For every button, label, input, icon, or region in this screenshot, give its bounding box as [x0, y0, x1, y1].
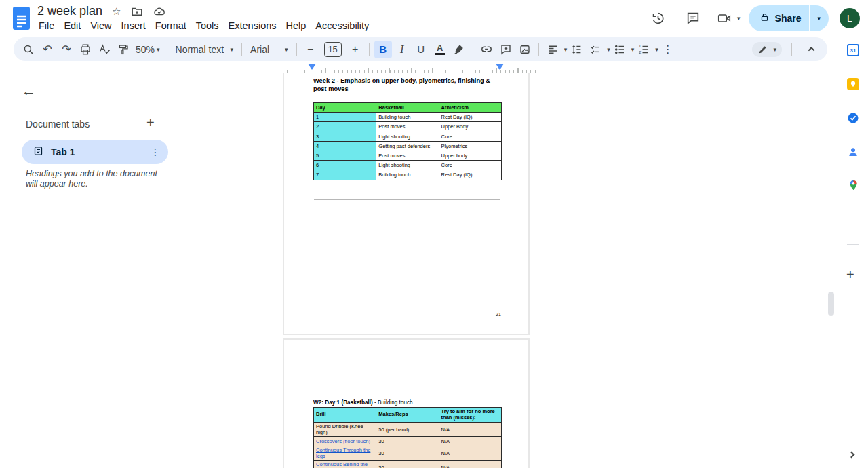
paragraph-style-select[interactable]: Normal text ▾	[172, 44, 238, 55]
italic-button[interactable]: I	[393, 41, 411, 58]
align-dropdown-icon[interactable]: ▾	[564, 46, 568, 53]
docs-logo-icon[interactable]	[12, 6, 31, 33]
add-tab-icon[interactable]: +	[146, 115, 155, 131]
document-title[interactable]: 2 week plan	[37, 4, 102, 18]
numbered-list-dropdown-icon[interactable]: ▾	[655, 46, 658, 53]
table-row: 2Post movesUpper Body	[314, 122, 502, 132]
header-cell: Drill	[314, 408, 376, 423]
zoom-select[interactable]: 50% ▾	[133, 44, 163, 55]
reps-cell: 30	[376, 437, 439, 446]
table-cell: 2	[314, 122, 376, 132]
menu-tools[interactable]: Tools	[191, 19, 224, 33]
menu-format[interactable]: Format	[151, 19, 191, 33]
insert-image-icon[interactable]	[516, 41, 534, 58]
table-cell: Core	[439, 161, 501, 170]
hide-menus-icon[interactable]	[802, 41, 820, 58]
share-dropdown[interactable]: ▾	[810, 5, 829, 31]
tasks-icon[interactable]	[847, 112, 859, 124]
toolbar-overflow-icon[interactable]: ⋮	[659, 41, 677, 58]
meet-dropdown-icon[interactable]: ▾	[737, 15, 741, 22]
table-header-row: DayBasketballAthleticism	[314, 103, 502, 113]
table-cell: Building touch	[376, 113, 439, 122]
decrease-font-icon[interactable]: −	[302, 41, 319, 58]
numbered-list-icon[interactable]: 12	[635, 41, 652, 58]
menu-insert[interactable]: Insert	[117, 19, 151, 33]
account-avatar[interactable]: L	[840, 8, 860, 28]
close-outline-icon[interactable]: ←	[22, 83, 36, 99]
zoom-value: 50%	[136, 44, 155, 55]
align-icon[interactable]	[544, 41, 561, 58]
text-color-button[interactable]: A	[431, 41, 449, 58]
document-page-2[interactable]: W2: Day 1 (Basketball) - Building touch …	[283, 338, 530, 468]
menu-edit[interactable]: Edit	[59, 19, 85, 33]
spellcheck-icon[interactable]	[96, 41, 113, 58]
misses-cell: N/A	[439, 461, 501, 468]
print-icon[interactable]	[77, 41, 94, 58]
line-spacing-icon[interactable]	[568, 41, 585, 58]
style-value: Normal text	[176, 44, 229, 55]
share-button[interactable]: Share ▾	[749, 5, 829, 31]
star-icon[interactable]: ☆	[112, 5, 121, 18]
hide-side-panel-icon[interactable]	[849, 448, 854, 460]
drill-link[interactable]: Continuous Behind the Back	[316, 461, 368, 468]
meet-video-icon[interactable]	[715, 5, 734, 32]
vertical-scrollbar-thumb[interactable]	[828, 292, 834, 316]
search-menus-icon[interactable]	[20, 41, 37, 58]
share-divider	[809, 5, 810, 31]
indent-marker-left[interactable]	[308, 64, 316, 70]
increase-font-icon[interactable]: +	[347, 41, 364, 58]
contacts-icon[interactable]	[847, 146, 859, 158]
table-cell: Upper body	[439, 151, 501, 160]
table-cell: Rest Day (IQ)	[439, 170, 501, 180]
sidebar-tab-1[interactable]: Tab 1 ⋮	[22, 140, 168, 164]
insert-link-icon[interactable]	[478, 41, 496, 58]
cloud-status-icon[interactable]	[153, 5, 166, 18]
font-select[interactable]: Arial ▾	[246, 44, 292, 55]
comments-icon[interactable]	[679, 5, 707, 32]
menu-view[interactable]: View	[85, 19, 116, 33]
maps-icon[interactable]	[847, 179, 859, 191]
menu-accessibility[interactable]: Accessibility	[311, 19, 374, 33]
headings-helper-text: Headings you add to the document will ap…	[26, 169, 170, 190]
version-history-icon[interactable]	[644, 5, 671, 32]
drill-link[interactable]: Crossovers (floor touch)	[316, 438, 370, 444]
highlight-color-button[interactable]	[450, 41, 468, 58]
bulleted-list-dropdown-icon[interactable]: ▾	[631, 46, 635, 53]
bold-button[interactable]: B	[374, 41, 392, 58]
font-size-input[interactable]: 15	[324, 42, 342, 57]
bulleted-list-icon[interactable]	[611, 41, 629, 58]
calendar-icon[interactable]: 31	[847, 44, 859, 56]
checklist-dropdown-icon[interactable]: ▾	[607, 46, 610, 53]
reps-cell: 30	[376, 461, 439, 468]
move-folder-icon[interactable]	[131, 5, 143, 18]
table-cell: Core	[439, 132, 501, 141]
get-addons-icon[interactable]: +	[846, 267, 854, 283]
keep-icon[interactable]	[847, 78, 859, 90]
table-cell: 3	[314, 132, 376, 141]
document-page-1[interactable]: Week 2 - Emphasis on upper body, plyomet…	[283, 73, 530, 335]
table-row: Crossovers (floor touch)30N/A	[314, 437, 502, 446]
editing-mode-button[interactable]: ▾	[752, 42, 782, 57]
header-cell: Day	[314, 103, 376, 113]
table-cell: Post moves	[376, 122, 439, 132]
add-comment-icon[interactable]	[497, 41, 515, 58]
table-cell: Post moves	[376, 151, 439, 160]
drill-link[interactable]: Continuous Through the legs	[316, 447, 370, 459]
side-panel-rail: 31 +	[838, 37, 868, 468]
drill-cell: Continuous Behind the Back	[314, 461, 376, 468]
misses-cell: N/A	[439, 437, 501, 446]
horizontal-rule	[314, 199, 500, 200]
menu-file[interactable]: File	[34, 19, 59, 33]
redo-icon[interactable]: ↷	[58, 41, 75, 58]
table-row: 7Building touchRest Day (IQ)	[314, 170, 502, 180]
menu-extensions[interactable]: Extensions	[224, 19, 281, 33]
paint-format-icon[interactable]	[115, 41, 132, 58]
header-cell: Basketball	[376, 103, 439, 113]
indent-marker-right[interactable]	[496, 64, 504, 70]
page-number: 21	[496, 312, 501, 317]
undo-icon[interactable]: ↶	[39, 41, 56, 58]
tab-options-icon[interactable]: ⋮	[151, 147, 160, 157]
menu-help[interactable]: Help	[281, 19, 311, 33]
underline-button[interactable]: U	[412, 41, 430, 58]
checklist-icon[interactable]	[587, 41, 604, 58]
